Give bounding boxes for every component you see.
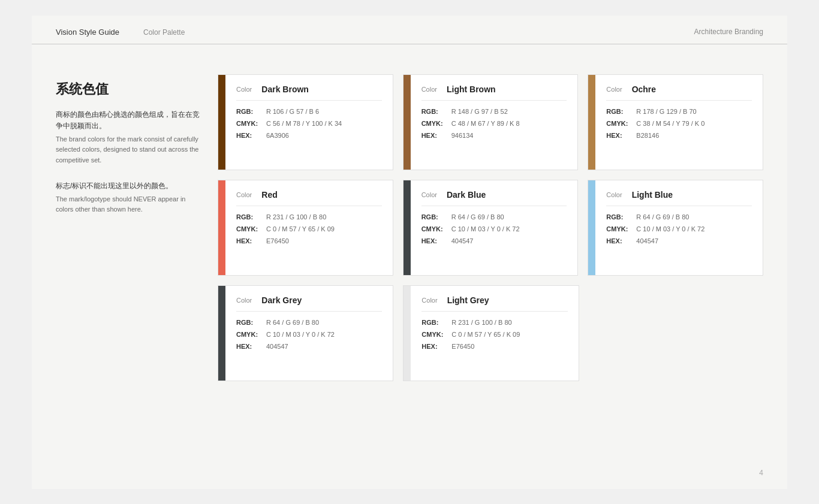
detail-label-hex-light-brown: HEX: xyxy=(421,132,451,139)
detail-value-hex-dark-grey: 404547 xyxy=(266,343,288,350)
detail-label-rgb-red: RGB: xyxy=(236,213,266,221)
desc-en-2: The mark/logotype should NEVER appear in… xyxy=(56,194,200,215)
color-card-red: ColorRedRGB:R 231 / G 100 / B 80CMYK:C 0… xyxy=(218,180,393,276)
color-name-text-light-brown: Light Brown xyxy=(447,84,496,94)
detail-row-rgb-light-grey: RGB:R 231 / G 100 / B 80 xyxy=(421,319,567,326)
color-label-light-blue: Color xyxy=(606,191,622,198)
page-number: 4 xyxy=(759,469,763,477)
detail-value-hex-ochre: B28146 xyxy=(636,132,659,139)
detail-label-hex-red: HEX: xyxy=(236,237,266,245)
header: Vision Style Guide Color Palette Archite… xyxy=(32,16,787,44)
detail-row-hex-light-blue: HEX:404547 xyxy=(606,237,752,245)
color-info-dark-brown: ColorDark BrownRGB:R 106 / G 57 / B 6CMY… xyxy=(225,75,393,170)
left-panel: 系统色值 商标的颜色由精心挑选的颜色组成，旨在在竞争中脱颖而出。 The bra… xyxy=(56,74,200,381)
detail-value-hex-light-grey: E76450 xyxy=(451,343,474,350)
detail-row-rgb-dark-grey: RGB:R 64 / G 69 / B 80 xyxy=(236,319,382,326)
color-name-row-dark-blue: ColorDark Blue xyxy=(421,190,567,206)
color-label-light-grey: Color xyxy=(421,297,437,304)
header-sub: Color Palette xyxy=(143,28,185,37)
detail-label-cmyk-dark-grey: CMYK: xyxy=(236,331,266,338)
detail-row-rgb-light-brown: RGB:R 148 / G 97 / B 52 xyxy=(421,108,567,115)
color-card-dark-brown: ColorDark BrownRGB:R 106 / G 57 / B 6CMY… xyxy=(218,74,393,170)
color-label-dark-blue: Color xyxy=(421,191,437,198)
detail-row-cmyk-dark-grey: CMYK:C 10 / M 03 / Y 0 / K 72 xyxy=(236,331,382,338)
detail-row-cmyk-ochre: CMYK:C 38 / M 54 / Y 79 / K 0 xyxy=(606,120,752,127)
color-info-light-grey: ColorLight GreyRGB:R 231 / G 100 / B 80C… xyxy=(411,286,578,381)
detail-value-rgb-dark-brown: R 106 / G 57 / B 6 xyxy=(266,108,319,115)
detail-value-cmyk-dark-brown: C 56 / M 78 / Y 100 / K 34 xyxy=(266,120,342,127)
header-left: Vision Style Guide Color Palette xyxy=(56,28,185,37)
detail-value-rgb-ochre: R 178 / G 129 / B 70 xyxy=(636,108,696,115)
detail-label-rgb-light-brown: RGB: xyxy=(421,108,451,115)
color-info-light-brown: ColorLight BrownRGB:R 148 / G 97 / B 52C… xyxy=(411,75,578,170)
color-name-text-dark-blue: Dark Blue xyxy=(447,190,486,200)
color-row-2: ColorDark GreyRGB:R 64 / G 69 / B 80CMYK… xyxy=(218,285,763,381)
color-card-dark-grey: ColorDark GreyRGB:R 64 / G 69 / B 80CMYK… xyxy=(218,285,393,381)
detail-label-hex-ochre: HEX: xyxy=(606,132,636,139)
detail-value-hex-dark-blue: 404547 xyxy=(451,237,474,245)
color-stripe-light-blue xyxy=(588,180,595,275)
detail-label-rgb-light-grey: RGB: xyxy=(421,319,451,326)
color-info-ochre: ColorOchreRGB:R 178 / G 129 / B 70CMYK:C… xyxy=(595,75,763,170)
detail-value-rgb-red: R 231 / G 100 / B 80 xyxy=(266,213,326,221)
color-name-text-light-grey: Light Grey xyxy=(447,295,489,305)
detail-value-rgb-light-grey: R 231 / G 100 / B 80 xyxy=(451,319,511,326)
color-card-light-grey: ColorLight GreyRGB:R 231 / G 100 / B 80C… xyxy=(403,285,579,381)
detail-label-rgb-dark-blue: RGB: xyxy=(421,213,451,221)
detail-value-cmyk-dark-grey: C 10 / M 03 / Y 0 / K 72 xyxy=(266,331,335,338)
color-name-row-light-grey: ColorLight Grey xyxy=(421,295,567,312)
color-card-dark-blue: ColorDark BlueRGB:R 64 / G 69 / B 80CMYK… xyxy=(403,180,579,276)
page: Vision Style Guide Color Palette Archite… xyxy=(32,16,787,489)
color-card-light-brown: ColorLight BrownRGB:R 148 / G 97 / B 52C… xyxy=(403,74,579,170)
color-stripe-dark-grey xyxy=(218,286,225,381)
detail-value-cmyk-light-grey: C 0 / M 57 / Y 65 / K 09 xyxy=(451,331,520,338)
detail-value-cmyk-dark-blue: C 10 / M 03 / Y 0 / K 72 xyxy=(451,225,520,233)
color-card-ochre: ColorOchreRGB:R 178 / G 129 / B 70CMYK:C… xyxy=(588,74,763,170)
detail-value-cmyk-ochre: C 38 / M 54 / Y 79 / K 0 xyxy=(636,120,704,127)
color-info-red: ColorRedRGB:R 231 / G 100 / B 80CMYK:C 0… xyxy=(225,180,393,275)
color-name-text-dark-brown: Dark Brown xyxy=(261,84,309,94)
detail-row-rgb-red: RGB:R 231 / G 100 / B 80 xyxy=(236,213,382,221)
detail-row-hex-light-brown: HEX:946134 xyxy=(421,132,567,139)
color-label-light-brown: Color xyxy=(421,86,437,93)
detail-row-rgb-light-blue: RGB:R 64 / G 69 / B 80 xyxy=(606,213,752,221)
content: 系统色值 商标的颜色由精心挑选的颜色组成，旨在在竞争中脱颖而出。 The bra… xyxy=(32,44,787,399)
color-name-row-dark-grey: ColorDark Grey xyxy=(236,295,382,312)
detail-label-cmyk-light-brown: CMYK: xyxy=(421,120,451,127)
detail-row-cmyk-dark-blue: CMYK:C 10 / M 03 / Y 0 / K 72 xyxy=(421,225,567,233)
detail-label-cmyk-light-blue: CMYK: xyxy=(606,225,636,233)
color-stripe-ochre xyxy=(588,75,595,170)
detail-label-cmyk-dark-blue: CMYK: xyxy=(421,225,451,233)
detail-label-hex-dark-brown: HEX: xyxy=(236,132,266,139)
detail-label-rgb-ochre: RGB: xyxy=(606,108,636,115)
header-title: Vision Style Guide xyxy=(56,28,119,37)
detail-value-rgb-light-brown: R 148 / G 97 / B 52 xyxy=(451,108,508,115)
detail-row-hex-dark-grey: HEX:404547 xyxy=(236,343,382,350)
detail-value-hex-light-brown: 946134 xyxy=(451,132,474,139)
color-name-text-dark-grey: Dark Grey xyxy=(261,295,302,305)
detail-label-rgb-dark-brown: RGB: xyxy=(236,108,266,115)
detail-label-cmyk-ochre: CMYK: xyxy=(606,120,636,127)
detail-label-rgb-light-blue: RGB: xyxy=(606,213,636,221)
color-info-light-blue: ColorLight BlueRGB:R 64 / G 69 / B 80CMY… xyxy=(595,180,763,275)
color-info-dark-grey: ColorDark GreyRGB:R 64 / G 69 / B 80CMYK… xyxy=(225,286,393,381)
detail-value-cmyk-light-brown: C 48 / M 67 / Y 89 / K 8 xyxy=(451,120,520,127)
desc-cn-2: 标志/标识不能出现这里以外的颜色。 xyxy=(56,180,200,192)
detail-value-cmyk-red: C 0 / M 57 / Y 65 / K 09 xyxy=(266,225,335,233)
color-name-text-ochre: Ochre xyxy=(632,84,656,94)
detail-label-hex-light-grey: HEX: xyxy=(421,343,451,350)
color-name-row-light-blue: ColorLight Blue xyxy=(606,190,752,206)
color-stripe-red xyxy=(218,180,225,275)
color-stripe-dark-blue xyxy=(404,180,411,275)
detail-label-rgb-dark-grey: RGB: xyxy=(236,319,266,326)
detail-row-cmyk-light-brown: CMYK:C 48 / M 67 / Y 89 / K 8 xyxy=(421,120,567,127)
detail-row-cmyk-light-grey: CMYK:C 0 / M 57 / Y 65 / K 09 xyxy=(421,331,567,338)
color-name-row-red: ColorRed xyxy=(236,190,382,206)
color-label-red: Color xyxy=(236,191,252,198)
detail-label-cmyk-light-grey: CMYK: xyxy=(421,331,451,338)
detail-row-rgb-ochre: RGB:R 178 / G 129 / B 70 xyxy=(606,108,752,115)
color-card-light-blue: ColorLight BlueRGB:R 64 / G 69 / B 80CMY… xyxy=(588,180,763,276)
color-name-text-light-blue: Light Blue xyxy=(632,190,673,200)
detail-label-cmyk-red: CMYK: xyxy=(236,225,266,233)
color-name-text-red: Red xyxy=(261,190,277,200)
